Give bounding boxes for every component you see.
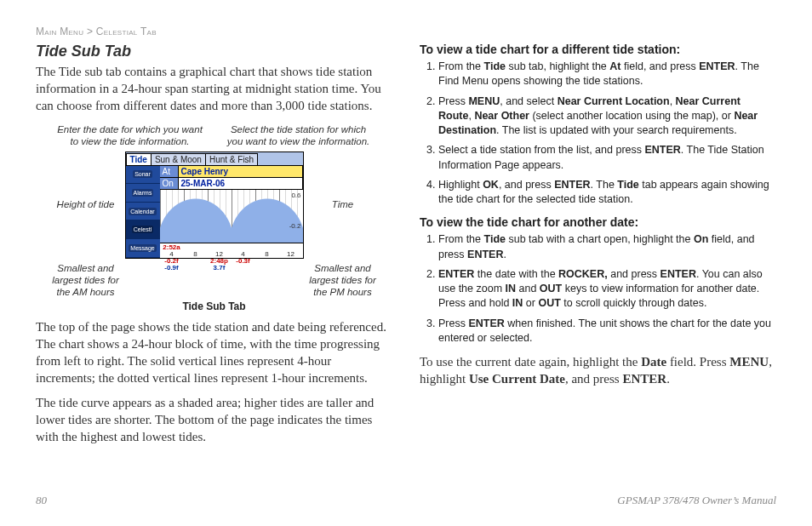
side-sonar[interactable]: Sonar — [126, 166, 160, 185]
step-text: or — [523, 297, 538, 309]
page: Main Menu > Celestial Tab Tide Sub Tab T… — [0, 0, 812, 526]
tail-text: , and press — [565, 372, 623, 386]
on-label: On — [160, 178, 179, 189]
side-calendar[interactable]: Calendar — [126, 203, 160, 221]
step: Select a tide station from the list, and… — [438, 143, 776, 173]
step: ENTER the date with the ROCKER, and pres… — [438, 267, 776, 312]
axis-hour: 12 — [287, 250, 294, 258]
tab-sun-moon[interactable]: Sun & Moon — [151, 153, 206, 165]
subhead-diff-station: To view a tide chart for a different tid… — [420, 43, 776, 56]
step: From the Tide sub tab, highlight the At … — [438, 60, 776, 89]
steps-diff-station: From the Tide sub tab, highlight the At … — [420, 60, 776, 207]
axis-hour: 8 — [265, 250, 268, 258]
footer: 80 GPSMAP 378/478 Owner’s Manual — [36, 494, 776, 507]
step-bold: Tide — [617, 179, 638, 191]
side-celestial[interactable]: Celestl — [126, 220, 160, 239]
side-celestial-label: Celestl — [132, 226, 153, 233]
crumb-sep: > — [83, 26, 96, 37]
crumb-main: Main Menu — [36, 26, 83, 37]
axis-cell: 8 — [184, 243, 208, 258]
step-text: . — [503, 249, 506, 260]
callout-station: Select the tide station for which you wa… — [222, 123, 375, 148]
step-bold: At — [609, 60, 620, 72]
step-text: and press — [608, 268, 660, 280]
step-bold: Near Other — [474, 110, 529, 122]
axis-hi: -0.3f — [236, 257, 249, 265]
axis-cell: 4-0.3f — [232, 243, 255, 258]
step-bold: ENTER — [699, 60, 735, 72]
tail-text: To use the current date again, highlight… — [420, 355, 641, 369]
step-bold: IN — [512, 297, 523, 309]
step-bold: MENU — [468, 95, 500, 107]
axis-hour: 8 — [193, 250, 197, 258]
step-bold: Near Current Location — [558, 95, 670, 107]
step-bold: On — [694, 233, 708, 245]
axis-cell: 12 — [279, 243, 303, 258]
side-alarms-label: Alarms — [132, 189, 154, 197]
left-column: Tide Sub Tab The Tide sub tab contains a… — [36, 43, 392, 455]
step-text: , — [670, 95, 676, 107]
device-frame: Tide Sun & Moon Hunt & Fish Sonar Alarms… — [125, 152, 304, 259]
step-text: From the — [438, 233, 484, 245]
intro-paragraph: The Tide sub tab contains a graphical ch… — [36, 64, 392, 115]
step-bold: Tide — [484, 60, 506, 72]
device-sidebar: Sonar Alarms Calendar Celestl Message — [126, 166, 160, 258]
callout-time: Time — [309, 198, 377, 210]
on-row: On 25-MAR-06 — [160, 178, 303, 190]
tail-bold: Date — [641, 355, 666, 369]
tab-tide[interactable]: Tide — [126, 153, 152, 165]
step: Press MENU, and select Near Current Loca… — [438, 94, 776, 139]
device-tabs: Tide Sun & Moon Hunt & Fish — [126, 152, 303, 166]
figure: Enter the date for which you want to vie… — [36, 123, 392, 312]
axis-cell: 8 — [255, 243, 279, 258]
tab-hunt-fish[interactable]: Hunt & Fish — [205, 153, 258, 165]
step-bold: ENTER — [438, 268, 474, 280]
at-label: At — [160, 166, 179, 177]
axis-cell: 122:48p 3.7f — [208, 243, 232, 258]
callout-height: Height of tide — [52, 198, 120, 210]
step-text: field, and press — [621, 60, 700, 72]
axis-lo: 3.7f — [214, 264, 226, 272]
step: Press ENTER when finished. The unit show… — [438, 317, 776, 346]
paragraph-2: The top of the page shows the tide stati… — [36, 319, 392, 387]
on-field[interactable]: 25-MAR-06 — [179, 178, 303, 189]
step-bold: ENTER — [467, 249, 503, 260]
columns: Tide Sub Tab The Tide sub tab contains a… — [36, 43, 776, 455]
right-column: To view a tide chart for a different tid… — [420, 43, 776, 455]
step-text: Press — [438, 317, 468, 329]
step-text: sub tab with a chart open, highlight the — [506, 233, 694, 245]
step-bold: ENTER — [554, 179, 590, 191]
figure-top-callouts: Enter the date for which you want to vie… — [36, 123, 392, 148]
figure-row-top: Height of tide Tide Sun & Moon Hunt & Fi… — [36, 152, 392, 259]
step-text: From the — [438, 60, 484, 72]
tail-bold: MENU — [729, 355, 769, 369]
at-field[interactable]: Cape Henry — [179, 166, 303, 177]
step-text: and — [516, 283, 540, 294]
step-bold: IN — [506, 283, 517, 294]
side-message-label: Message — [129, 244, 156, 252]
side-message[interactable]: Message — [126, 239, 160, 258]
side-alarms[interactable]: Alarms — [126, 184, 160, 203]
step-text: Select a tide station from the list, and… — [438, 144, 644, 156]
tail-text: field. Press — [666, 355, 729, 369]
step-text: , and select — [500, 95, 557, 107]
step-text: Highlight — [438, 179, 483, 191]
tail-bold: Use Current Date — [469, 372, 565, 386]
step-text: sub tab, highlight the — [506, 60, 609, 72]
step-text: . The — [591, 179, 618, 191]
ytick-top: 0.6 — [291, 192, 300, 199]
at-row: At Cape Henry — [160, 166, 303, 178]
chart-axis: 2:52a4-0.2f -0.9f 8 122:48p 3.7f 4-0.3f … — [160, 243, 303, 258]
side-calendar-label: Calendar — [129, 208, 156, 215]
figure-caption: Tide Sub Tab — [36, 300, 392, 312]
step-bold: ENTER — [660, 268, 696, 280]
section-title: Tide Sub Tab — [36, 43, 392, 60]
device-screenshot: Tide Sun & Moon Hunt & Fish Sonar Alarms… — [125, 152, 304, 259]
step-bold: ENTER — [468, 317, 504, 329]
side-sonar-label: Sonar — [133, 170, 152, 178]
step-bold: OUT — [540, 283, 562, 294]
tail-bold: ENTER — [622, 372, 666, 386]
callout-pm: Smallest and largest tides for the PM ho… — [309, 262, 377, 299]
step-bold: OK — [483, 179, 499, 191]
ytick-mid: -0.2 — [289, 222, 301, 230]
